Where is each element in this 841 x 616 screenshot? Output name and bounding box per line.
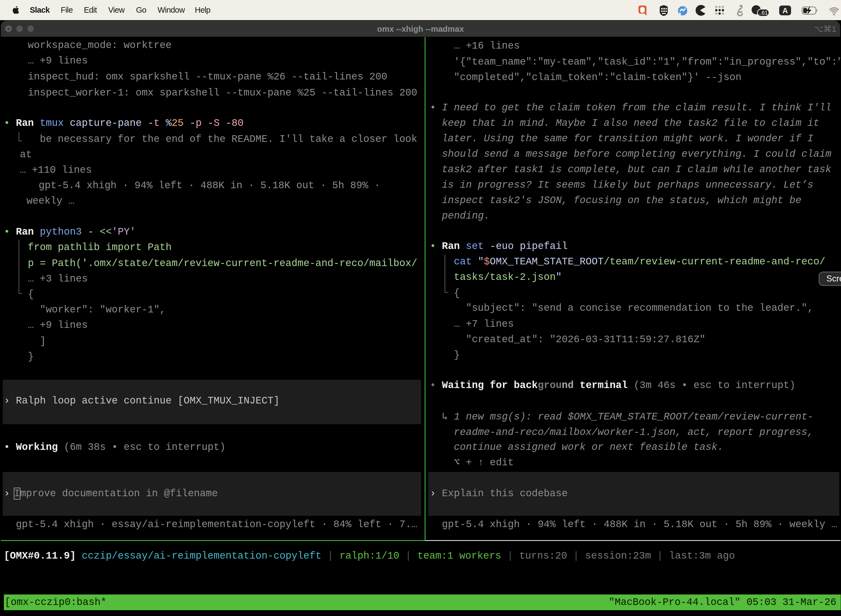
svg-text:..61: ..61 xyxy=(759,10,768,16)
svg-text:A: A xyxy=(782,7,788,15)
